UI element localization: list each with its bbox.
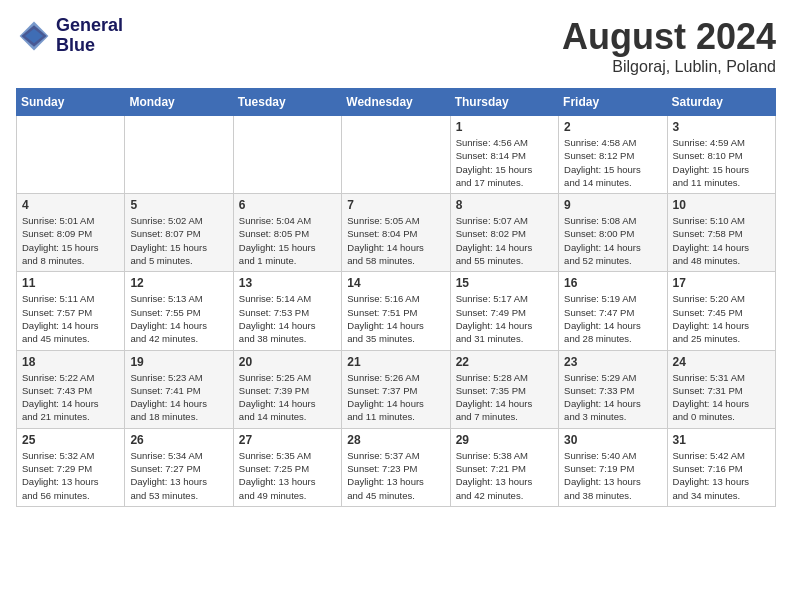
day-info: Sunrise: 5:29 AM Sunset: 7:33 PM Dayligh… xyxy=(564,371,661,424)
page-header: General Blue August 2024 Bilgoraj, Lubli… xyxy=(16,16,776,76)
calendar-cell: 28Sunrise: 5:37 AM Sunset: 7:23 PM Dayli… xyxy=(342,428,450,506)
day-number: 26 xyxy=(130,433,227,447)
week-row-5: 25Sunrise: 5:32 AM Sunset: 7:29 PM Dayli… xyxy=(17,428,776,506)
day-info: Sunrise: 5:32 AM Sunset: 7:29 PM Dayligh… xyxy=(22,449,119,502)
weekday-header-tuesday: Tuesday xyxy=(233,89,341,116)
calendar-cell: 7Sunrise: 5:05 AM Sunset: 8:04 PM Daylig… xyxy=(342,194,450,272)
day-number: 18 xyxy=(22,355,119,369)
day-info: Sunrise: 5:05 AM Sunset: 8:04 PM Dayligh… xyxy=(347,214,444,267)
calendar-cell xyxy=(233,116,341,194)
weekday-header-saturday: Saturday xyxy=(667,89,775,116)
logo-icon xyxy=(16,18,52,54)
day-info: Sunrise: 4:58 AM Sunset: 8:12 PM Dayligh… xyxy=(564,136,661,189)
day-info: Sunrise: 5:07 AM Sunset: 8:02 PM Dayligh… xyxy=(456,214,553,267)
calendar-cell: 29Sunrise: 5:38 AM Sunset: 7:21 PM Dayli… xyxy=(450,428,558,506)
calendar-cell: 12Sunrise: 5:13 AM Sunset: 7:55 PM Dayli… xyxy=(125,272,233,350)
day-info: Sunrise: 5:35 AM Sunset: 7:25 PM Dayligh… xyxy=(239,449,336,502)
calendar-cell: 21Sunrise: 5:26 AM Sunset: 7:37 PM Dayli… xyxy=(342,350,450,428)
day-info: Sunrise: 5:31 AM Sunset: 7:31 PM Dayligh… xyxy=(673,371,770,424)
week-row-3: 11Sunrise: 5:11 AM Sunset: 7:57 PM Dayli… xyxy=(17,272,776,350)
day-number: 17 xyxy=(673,276,770,290)
calendar-cell: 19Sunrise: 5:23 AM Sunset: 7:41 PM Dayli… xyxy=(125,350,233,428)
calendar-cell: 1Sunrise: 4:56 AM Sunset: 8:14 PM Daylig… xyxy=(450,116,558,194)
weekday-header-monday: Monday xyxy=(125,89,233,116)
calendar-cell: 14Sunrise: 5:16 AM Sunset: 7:51 PM Dayli… xyxy=(342,272,450,350)
day-info: Sunrise: 5:10 AM Sunset: 7:58 PM Dayligh… xyxy=(673,214,770,267)
calendar-cell: 2Sunrise: 4:58 AM Sunset: 8:12 PM Daylig… xyxy=(559,116,667,194)
calendar-cell: 13Sunrise: 5:14 AM Sunset: 7:53 PM Dayli… xyxy=(233,272,341,350)
weekday-header-thursday: Thursday xyxy=(450,89,558,116)
calendar-cell: 18Sunrise: 5:22 AM Sunset: 7:43 PM Dayli… xyxy=(17,350,125,428)
day-number: 14 xyxy=(347,276,444,290)
calendar-cell: 9Sunrise: 5:08 AM Sunset: 8:00 PM Daylig… xyxy=(559,194,667,272)
calendar-cell: 8Sunrise: 5:07 AM Sunset: 8:02 PM Daylig… xyxy=(450,194,558,272)
calendar-cell: 22Sunrise: 5:28 AM Sunset: 7:35 PM Dayli… xyxy=(450,350,558,428)
day-info: Sunrise: 5:20 AM Sunset: 7:45 PM Dayligh… xyxy=(673,292,770,345)
day-number: 9 xyxy=(564,198,661,212)
calendar-cell: 10Sunrise: 5:10 AM Sunset: 7:58 PM Dayli… xyxy=(667,194,775,272)
day-info: Sunrise: 5:11 AM Sunset: 7:57 PM Dayligh… xyxy=(22,292,119,345)
calendar-cell: 17Sunrise: 5:20 AM Sunset: 7:45 PM Dayli… xyxy=(667,272,775,350)
day-info: Sunrise: 5:26 AM Sunset: 7:37 PM Dayligh… xyxy=(347,371,444,424)
day-number: 7 xyxy=(347,198,444,212)
day-number: 16 xyxy=(564,276,661,290)
day-info: Sunrise: 5:42 AM Sunset: 7:16 PM Dayligh… xyxy=(673,449,770,502)
calendar-cell: 26Sunrise: 5:34 AM Sunset: 7:27 PM Dayli… xyxy=(125,428,233,506)
day-number: 25 xyxy=(22,433,119,447)
day-info: Sunrise: 5:16 AM Sunset: 7:51 PM Dayligh… xyxy=(347,292,444,345)
day-number: 23 xyxy=(564,355,661,369)
day-number: 4 xyxy=(22,198,119,212)
day-info: Sunrise: 5:37 AM Sunset: 7:23 PM Dayligh… xyxy=(347,449,444,502)
day-info: Sunrise: 5:25 AM Sunset: 7:39 PM Dayligh… xyxy=(239,371,336,424)
day-info: Sunrise: 5:13 AM Sunset: 7:55 PM Dayligh… xyxy=(130,292,227,345)
day-info: Sunrise: 4:56 AM Sunset: 8:14 PM Dayligh… xyxy=(456,136,553,189)
day-info: Sunrise: 5:22 AM Sunset: 7:43 PM Dayligh… xyxy=(22,371,119,424)
calendar-cell: 16Sunrise: 5:19 AM Sunset: 7:47 PM Dayli… xyxy=(559,272,667,350)
day-number: 8 xyxy=(456,198,553,212)
weekday-header-wednesday: Wednesday xyxy=(342,89,450,116)
day-number: 6 xyxy=(239,198,336,212)
day-info: Sunrise: 5:14 AM Sunset: 7:53 PM Dayligh… xyxy=(239,292,336,345)
calendar-cell: 11Sunrise: 5:11 AM Sunset: 7:57 PM Dayli… xyxy=(17,272,125,350)
day-info: Sunrise: 5:01 AM Sunset: 8:09 PM Dayligh… xyxy=(22,214,119,267)
day-info: Sunrise: 5:04 AM Sunset: 8:05 PM Dayligh… xyxy=(239,214,336,267)
day-info: Sunrise: 5:19 AM Sunset: 7:47 PM Dayligh… xyxy=(564,292,661,345)
calendar-cell: 20Sunrise: 5:25 AM Sunset: 7:39 PM Dayli… xyxy=(233,350,341,428)
day-number: 19 xyxy=(130,355,227,369)
logo-text: General Blue xyxy=(56,16,123,56)
calendar-cell xyxy=(125,116,233,194)
day-number: 30 xyxy=(564,433,661,447)
day-number: 29 xyxy=(456,433,553,447)
weekday-header-sunday: Sunday xyxy=(17,89,125,116)
calendar-cell: 31Sunrise: 5:42 AM Sunset: 7:16 PM Dayli… xyxy=(667,428,775,506)
calendar-cell: 15Sunrise: 5:17 AM Sunset: 7:49 PM Dayli… xyxy=(450,272,558,350)
calendar-cell: 3Sunrise: 4:59 AM Sunset: 8:10 PM Daylig… xyxy=(667,116,775,194)
location-title: Bilgoraj, Lublin, Poland xyxy=(562,58,776,76)
day-number: 21 xyxy=(347,355,444,369)
logo: General Blue xyxy=(16,16,123,56)
day-info: Sunrise: 4:59 AM Sunset: 8:10 PM Dayligh… xyxy=(673,136,770,189)
calendar-cell: 25Sunrise: 5:32 AM Sunset: 7:29 PM Dayli… xyxy=(17,428,125,506)
calendar-table: SundayMondayTuesdayWednesdayThursdayFrid… xyxy=(16,88,776,507)
day-number: 12 xyxy=(130,276,227,290)
weekday-header-friday: Friday xyxy=(559,89,667,116)
day-number: 10 xyxy=(673,198,770,212)
day-number: 24 xyxy=(673,355,770,369)
day-info: Sunrise: 5:02 AM Sunset: 8:07 PM Dayligh… xyxy=(130,214,227,267)
day-info: Sunrise: 5:08 AM Sunset: 8:00 PM Dayligh… xyxy=(564,214,661,267)
calendar-cell: 4Sunrise: 5:01 AM Sunset: 8:09 PM Daylig… xyxy=(17,194,125,272)
calendar-cell: 5Sunrise: 5:02 AM Sunset: 8:07 PM Daylig… xyxy=(125,194,233,272)
day-number: 27 xyxy=(239,433,336,447)
day-number: 3 xyxy=(673,120,770,134)
calendar-cell: 27Sunrise: 5:35 AM Sunset: 7:25 PM Dayli… xyxy=(233,428,341,506)
day-info: Sunrise: 5:40 AM Sunset: 7:19 PM Dayligh… xyxy=(564,449,661,502)
day-number: 15 xyxy=(456,276,553,290)
calendar-cell xyxy=(17,116,125,194)
day-info: Sunrise: 5:23 AM Sunset: 7:41 PM Dayligh… xyxy=(130,371,227,424)
calendar-cell: 30Sunrise: 5:40 AM Sunset: 7:19 PM Dayli… xyxy=(559,428,667,506)
calendar-cell: 6Sunrise: 5:04 AM Sunset: 8:05 PM Daylig… xyxy=(233,194,341,272)
weekday-header-row: SundayMondayTuesdayWednesdayThursdayFrid… xyxy=(17,89,776,116)
day-info: Sunrise: 5:38 AM Sunset: 7:21 PM Dayligh… xyxy=(456,449,553,502)
day-number: 22 xyxy=(456,355,553,369)
day-number: 11 xyxy=(22,276,119,290)
